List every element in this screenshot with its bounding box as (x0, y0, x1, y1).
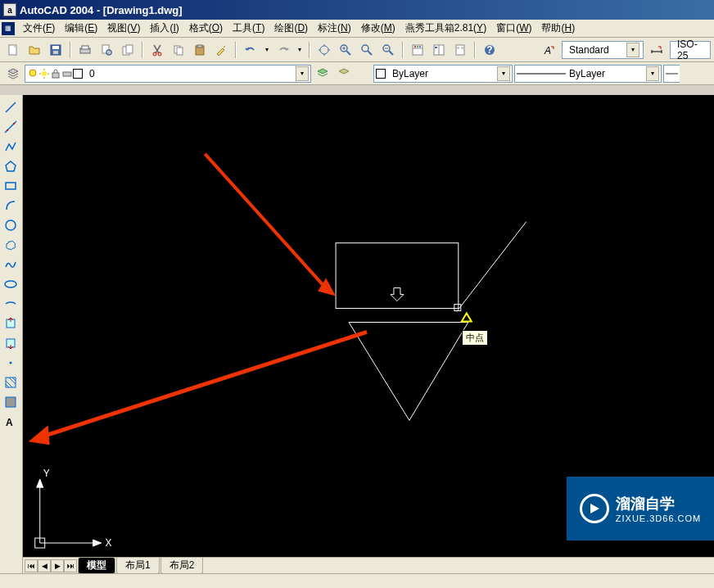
tab-prev-button[interactable]: ◀ (38, 559, 51, 572)
menu-tools[interactable]: 工具(T) (228, 20, 269, 37)
region-button[interactable] (2, 393, 20, 411)
menu-yanxiu[interactable]: 燕秀工具箱2.81(Y) (400, 20, 491, 37)
svg-line-53 (5, 121, 16, 133)
lineweight-preview (666, 70, 678, 78)
layer-previous-button[interactable] (313, 64, 332, 84)
print-preview-button[interactable] (97, 40, 116, 60)
plot-button[interactable] (75, 40, 95, 60)
drawn-rectangle (336, 243, 459, 309)
undo-button[interactable] (241, 40, 260, 60)
paste-button[interactable] (190, 40, 210, 60)
tab-next-button[interactable]: ▶ (51, 559, 64, 572)
layer-properties-button[interactable] (3, 64, 23, 84)
dim-style-combo[interactable]: ISO-25 (670, 41, 711, 59)
menu-dimension[interactable]: 标注(N) (313, 20, 356, 37)
svg-point-10 (153, 52, 156, 56)
standard-toolbar: ▾ ▾ ? A Standard ▾ ISO-25 (0, 38, 714, 62)
text-style-combo[interactable]: Standard ▾ (562, 41, 644, 59)
construction-line-button[interactable] (2, 118, 20, 136)
dim-style-button[interactable] (647, 40, 667, 60)
ellipse-arc-button[interactable] (2, 295, 20, 313)
tool-palettes-button[interactable] (450, 40, 470, 60)
layer-states-button[interactable] (334, 64, 354, 84)
circle-button[interactable] (2, 216, 20, 234)
menu-insert[interactable]: 插入(I) (145, 20, 183, 37)
canvas-wrap: X Y 中点 溜溜自学 ZIXUE.3D66.COM ⏮ ◀ ▶ ⏭ 模型 (23, 95, 714, 573)
redo-dropdown[interactable]: ▾ (295, 40, 305, 60)
layer-combo[interactable]: 0 ▾ (25, 65, 311, 83)
separator (142, 42, 143, 58)
separator (402, 42, 404, 58)
menu-help[interactable]: 帮助(H) (536, 20, 580, 37)
ucs-x-label: X (106, 537, 112, 549)
point-button[interactable] (2, 354, 20, 372)
menu-modify[interactable]: 修改(M) (356, 20, 400, 37)
tab-last-button[interactable]: ⏭ (64, 559, 77, 572)
insert-block-button[interactable] (2, 314, 20, 332)
svg-line-22 (368, 51, 372, 55)
make-block-button[interactable] (2, 334, 20, 352)
menu-edit[interactable]: 编辑(E) (60, 20, 102, 37)
svg-point-28 (417, 46, 418, 47)
drawing-canvas[interactable]: X Y 中点 溜溜自学 ZIXUE.3D66.COM (23, 95, 714, 557)
ellipse-button[interactable] (2, 275, 20, 293)
arc-button[interactable] (2, 197, 20, 215)
color-combo[interactable]: ByLayer ▾ (373, 65, 513, 83)
match-properties-button[interactable] (211, 40, 231, 60)
save-button[interactable] (46, 40, 66, 60)
rectangle-button[interactable] (2, 177, 20, 195)
svg-point-55 (13, 123, 15, 124)
tab-layout1[interactable]: 布局1 (116, 558, 160, 574)
svg-point-62 (10, 362, 12, 364)
svg-point-29 (419, 46, 421, 47)
design-center-button[interactable] (429, 40, 449, 60)
polygon-button[interactable] (2, 157, 20, 175)
undo-dropdown[interactable]: ▾ (262, 40, 272, 60)
svg-rect-9 (126, 45, 133, 53)
help-button[interactable]: ? (480, 40, 499, 60)
pan-button[interactable] (314, 40, 334, 60)
open-button[interactable] (25, 40, 44, 60)
zoom-previous-button[interactable] (378, 40, 398, 60)
svg-rect-57 (6, 183, 16, 189)
tab-first-button[interactable]: ⏮ (25, 559, 38, 572)
svg-marker-79 (590, 504, 599, 513)
annotation-arrow (29, 332, 367, 445)
new-button[interactable] (3, 40, 23, 60)
copy-button[interactable] (169, 40, 188, 60)
linetype-combo[interactable]: ByLayer ▾ (514, 65, 662, 83)
redo-button[interactable] (273, 40, 293, 60)
revision-cloud-button[interactable] (2, 236, 20, 254)
tab-model[interactable]: 模型 (78, 558, 115, 574)
menu-format[interactable]: 格式(O) (184, 20, 228, 37)
menu-draw[interactable]: 绘图(D) (269, 20, 313, 37)
properties-button[interactable] (408, 40, 427, 60)
polyline-button[interactable] (2, 138, 20, 156)
hatch-button[interactable] (2, 373, 20, 391)
spline-button[interactable] (2, 256, 20, 274)
svg-rect-3 (53, 51, 58, 54)
menu-window[interactable]: 窗口(W) (491, 20, 536, 37)
plot-layer-icon (61, 68, 73, 79)
zoom-realtime-button[interactable] (336, 40, 355, 60)
menu-view[interactable]: 视图(V) (102, 20, 145, 37)
publish-button[interactable] (118, 40, 138, 60)
menu-file[interactable]: 文件(F) (18, 20, 60, 37)
svg-rect-2 (52, 46, 59, 49)
dropdown-arrow-icon: ▾ (646, 66, 659, 81)
document-icon[interactable]: ▦ (2, 22, 15, 35)
svg-point-42 (29, 70, 36, 76)
down-arrow-icon (391, 288, 404, 301)
svg-line-52 (6, 102, 16, 112)
lineweight-combo[interactable] (663, 65, 680, 83)
text-style-button[interactable]: A (539, 40, 558, 60)
tab-layout2[interactable]: 布局2 (160, 558, 204, 574)
text-button[interactable]: A (2, 413, 20, 431)
ucs-icon (35, 479, 102, 548)
svg-point-59 (5, 281, 16, 287)
svg-point-43 (42, 71, 47, 76)
line-button[interactable] (2, 98, 20, 116)
midpoint-snap-icon (462, 314, 472, 322)
cut-button[interactable] (147, 40, 167, 60)
zoom-window-button[interactable] (357, 40, 377, 60)
